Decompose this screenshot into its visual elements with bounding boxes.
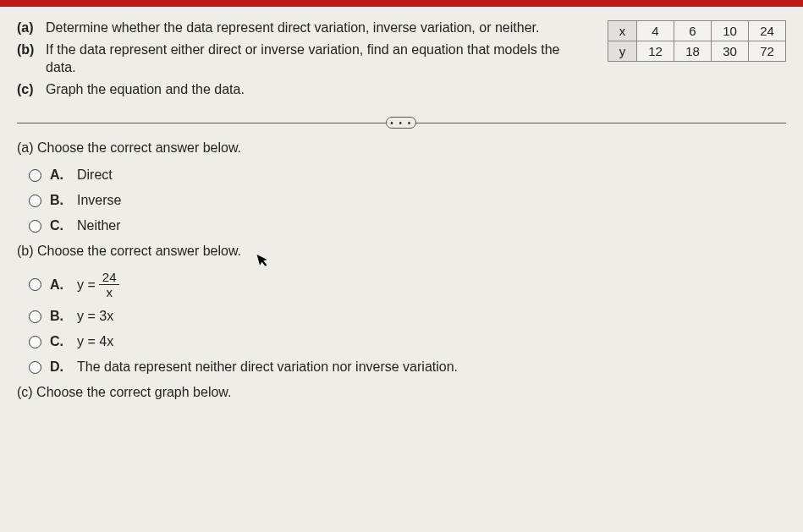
opt-letter: B. — [50, 309, 69, 324]
cell: 12 — [637, 41, 674, 62]
part-a-prompt: (a) Choose the correct answer below. — [17, 140, 786, 156]
option-b-A[interactable]: A. y = 24 x — [29, 271, 786, 299]
table-row: y 12 18 30 72 — [608, 41, 786, 62]
label-b: (b) — [17, 41, 46, 77]
part-b-prompt: (b) Choose the correct answer below. — [17, 244, 786, 259]
opt-text: The data represent neither direct variat… — [77, 359, 458, 375]
part-a-options: A. Direct B. Inverse C. Neither — [29, 167, 786, 233]
cell: 30 — [712, 41, 749, 62]
radio-a-B[interactable] — [29, 195, 41, 207]
part-c-prompt: (c) Choose the correct graph below. — [17, 385, 786, 400]
cell: 4 — [637, 21, 674, 41]
text-a: Determine whether the data represent dir… — [46, 19, 539, 37]
opt-letter: C. — [50, 334, 69, 349]
expand-toggle[interactable]: • • • — [386, 117, 416, 129]
option-b-D[interactable]: D. The data represent neither direct var… — [29, 359, 786, 375]
opt-text: Inverse — [77, 193, 121, 208]
question-b: (b) If the data represent either direct … — [17, 41, 591, 77]
label-a: (a) — [17, 19, 46, 37]
opt-letter: A. — [50, 167, 69, 183]
cell: 72 — [749, 41, 786, 62]
radio-b-A[interactable] — [29, 278, 41, 291]
text-b: If the data represent either direct or i… — [46, 41, 591, 77]
table-row: x 4 6 10 24 — [608, 21, 786, 41]
option-b-C[interactable]: C. y = 4x — [29, 334, 786, 349]
question-a: (a) Determine whether the data represent… — [17, 19, 591, 37]
question-text-block: (a) Determine whether the data represent… — [17, 19, 591, 101]
option-a-direct[interactable]: A. Direct — [29, 167, 786, 183]
opt-letter: B. — [50, 193, 69, 208]
text-c: Graph the equation and the data. — [46, 80, 245, 99]
cell: 6 — [674, 21, 712, 41]
option-b-B[interactable]: B. y = 3x — [29, 309, 786, 324]
option-a-neither[interactable]: C. Neither — [29, 218, 786, 233]
row-header-y: y — [608, 41, 637, 62]
question-header: (a) Determine whether the data represent… — [17, 19, 786, 101]
page-content: (a) Determine whether the data represent… — [0, 7, 803, 409]
opt-letter: C. — [50, 218, 69, 233]
opt-text: Neither — [77, 218, 121, 233]
cell: 18 — [674, 41, 712, 62]
question-c: (c) Graph the equation and the data. — [17, 80, 591, 99]
opt-letter: A. — [50, 277, 69, 293]
opt-text: Direct — [77, 167, 113, 183]
fraction-num: 24 — [99, 271, 120, 285]
opt-text: y = 4x — [77, 334, 113, 349]
row-header-x: x — [608, 21, 637, 41]
fraction-den: x — [106, 285, 113, 299]
opt-equation: y = 24 x — [77, 271, 119, 299]
fraction: 24 x — [99, 271, 120, 299]
opt-text: y = 3x — [77, 309, 113, 324]
label-c: (c) — [17, 80, 46, 99]
radio-b-C[interactable] — [29, 336, 41, 348]
xy-data-table: x 4 6 10 24 y 12 18 30 72 — [608, 20, 786, 62]
cell: 10 — [712, 21, 749, 41]
top-red-bar — [0, 0, 803, 7]
section-divider: • • • — [17, 117, 786, 129]
part-b-options: A. y = 24 x B. y = 3x C. y = 4x D. The d… — [29, 271, 786, 375]
dots-icon: • • • — [390, 118, 412, 128]
cell: 24 — [749, 21, 786, 41]
radio-a-C[interactable] — [29, 220, 41, 233]
option-a-inverse[interactable]: B. Inverse — [29, 193, 786, 208]
opt-letter: D. — [50, 359, 69, 375]
radio-b-D[interactable] — [29, 361, 41, 374]
eq-lhs: y = — [77, 277, 96, 293]
radio-b-B[interactable] — [29, 310, 41, 323]
radio-a-A[interactable] — [29, 169, 41, 182]
